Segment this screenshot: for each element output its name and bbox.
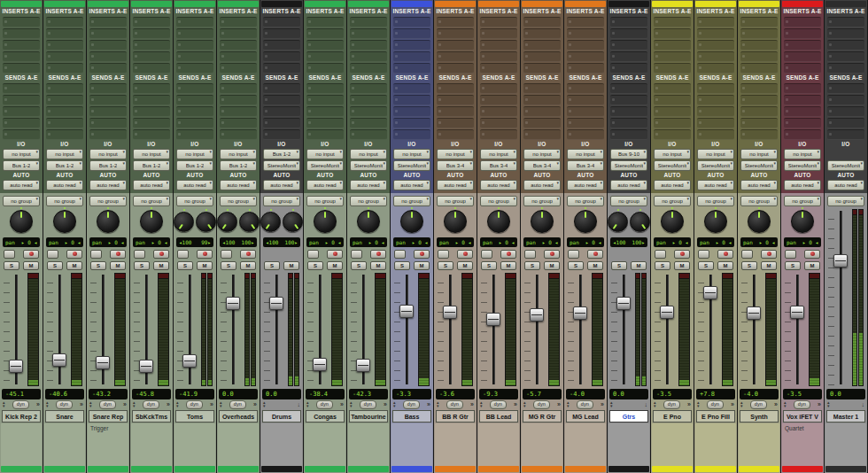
automation-mode-selector[interactable]: auto read▾ bbox=[784, 180, 821, 190]
track-name[interactable]: E Pno Fill bbox=[696, 410, 735, 423]
volume-display[interactable]: 0.0 bbox=[219, 389, 258, 399]
send-slot[interactable] bbox=[610, 83, 647, 94]
record-arm-button[interactable] bbox=[370, 250, 386, 259]
input-selector[interactable]: no input▾ bbox=[89, 149, 127, 159]
collapse-arrow-icon[interactable]: ↓ bbox=[645, 401, 648, 407]
insert-slot[interactable] bbox=[567, 40, 604, 50]
insert-slot[interactable] bbox=[437, 51, 474, 62]
input-selector[interactable]: no input▾ bbox=[480, 149, 517, 159]
group-selector[interactable]: no group▾ bbox=[133, 196, 170, 206]
solo-button[interactable]: S bbox=[438, 261, 453, 270]
group-selector[interactable]: no group▾ bbox=[89, 196, 127, 206]
output-selector[interactable]: Bus 3-4▾ bbox=[567, 160, 604, 171]
input-selector[interactable]: no input▾ bbox=[567, 149, 604, 159]
solo-button[interactable]: S bbox=[741, 261, 757, 270]
insert-slot[interactable] bbox=[350, 51, 387, 62]
volume-spinner[interactable]: ▴▾ bbox=[523, 401, 526, 407]
send-slot[interactable] bbox=[654, 95, 691, 105]
comments-area[interactable] bbox=[652, 423, 693, 466]
send-slot[interactable] bbox=[567, 95, 604, 105]
send-slot[interactable] bbox=[827, 95, 864, 105]
pan-display[interactable]: pan▸ 0 ◂ bbox=[654, 237, 691, 247]
insert-slot[interactable] bbox=[220, 28, 257, 39]
fader-cap[interactable] bbox=[226, 297, 240, 310]
output-selector[interactable]: Bus 1-2▾ bbox=[220, 160, 257, 171]
output-selector[interactable]: Bus 1-2▾ bbox=[133, 160, 170, 171]
comments-area[interactable] bbox=[608, 423, 649, 466]
pan-knob-left[interactable] bbox=[174, 212, 194, 232]
fader-cap[interactable] bbox=[443, 306, 457, 319]
pan-knob-right[interactable] bbox=[239, 212, 260, 232]
pan-knob[interactable] bbox=[487, 210, 510, 233]
solo-button[interactable]: S bbox=[394, 261, 410, 270]
record-arm-button[interactable] bbox=[674, 250, 690, 259]
track-name[interactable]: BB R Gtr bbox=[436, 410, 475, 423]
send-slot[interactable] bbox=[3, 106, 40, 117]
send-slot[interactable] bbox=[827, 129, 864, 140]
insert-slot[interactable] bbox=[350, 17, 387, 27]
insert-slot[interactable] bbox=[46, 28, 83, 39]
send-slot[interactable] bbox=[610, 95, 647, 105]
group-selector[interactable]: no group▾ bbox=[3, 196, 40, 206]
input-selector[interactable]: no input▾ bbox=[176, 149, 213, 159]
pan-knob[interactable] bbox=[97, 210, 120, 233]
send-slot[interactable] bbox=[176, 129, 213, 140]
track-name[interactable]: Synth bbox=[740, 410, 779, 423]
clip-indicator[interactable] bbox=[28, 274, 38, 279]
send-slot[interactable] bbox=[46, 118, 83, 128]
pan-knob-right[interactable] bbox=[630, 212, 650, 232]
clip-indicator[interactable] bbox=[202, 274, 205, 279]
send-slot[interactable] bbox=[46, 83, 83, 94]
fader-track[interactable] bbox=[753, 275, 756, 384]
volume-display[interactable]: 0.0 bbox=[262, 389, 301, 399]
insert-slot[interactable] bbox=[827, 40, 864, 50]
fader-track[interactable] bbox=[58, 275, 61, 384]
insert-slot[interactable] bbox=[437, 40, 474, 50]
mute-button[interactable]: M bbox=[153, 261, 169, 270]
fader-track[interactable] bbox=[536, 275, 539, 384]
pan-display[interactable]: pan▸ 0 ◂ bbox=[740, 237, 778, 247]
volume-spinner[interactable]: ▴▾ bbox=[610, 401, 613, 407]
insert-slot[interactable] bbox=[697, 17, 734, 27]
comments-area[interactable] bbox=[478, 423, 519, 466]
send-slot[interactable] bbox=[263, 106, 300, 117]
fader-track[interactable] bbox=[449, 275, 452, 384]
send-slot[interactable] bbox=[393, 83, 430, 94]
insert-slot[interactable] bbox=[3, 17, 40, 27]
track-name[interactable]: MG Lead bbox=[566, 410, 605, 423]
input-monitor-button[interactable] bbox=[568, 250, 579, 259]
input-monitor-button[interactable] bbox=[351, 250, 362, 259]
insert-slot[interactable] bbox=[133, 40, 170, 50]
expand-arrows-icon[interactable]: » bbox=[123, 401, 127, 407]
fader-cap[interactable] bbox=[486, 313, 500, 326]
track-name[interactable]: Snare Rep bbox=[89, 410, 128, 423]
send-slot[interactable] bbox=[350, 106, 387, 117]
record-arm-button[interactable] bbox=[587, 250, 603, 259]
input-selector[interactable]: no input▾ bbox=[3, 149, 40, 159]
automation-mode-selector[interactable]: auto read▾ bbox=[393, 180, 430, 190]
group-selector[interactable]: no group▾ bbox=[220, 196, 257, 206]
pan-knob[interactable] bbox=[791, 210, 814, 233]
volume-display[interactable]: -3.6 bbox=[436, 389, 475, 399]
comments-area[interactable] bbox=[348, 423, 389, 466]
input-monitor-button[interactable] bbox=[4, 250, 15, 259]
clip-indicator[interactable] bbox=[295, 274, 298, 279]
comments-area[interactable] bbox=[305, 423, 345, 466]
send-slot[interactable] bbox=[784, 129, 821, 140]
track-name[interactable]: Drums bbox=[262, 410, 301, 423]
input-selector[interactable]: no input▾ bbox=[654, 149, 691, 159]
track-name[interactable]: Master 1 bbox=[826, 410, 865, 423]
send-slot[interactable] bbox=[740, 106, 778, 117]
volume-display[interactable]: -5.7 bbox=[523, 389, 562, 399]
input-monitor-button[interactable] bbox=[134, 250, 145, 259]
insert-slot[interactable] bbox=[306, 63, 344, 74]
send-slot[interactable] bbox=[437, 83, 474, 94]
send-slot[interactable] bbox=[306, 129, 344, 140]
insert-slot[interactable] bbox=[610, 40, 647, 50]
fader-cap[interactable] bbox=[313, 358, 327, 371]
volume-spinner[interactable]: ▴▾ bbox=[133, 401, 136, 407]
pan-knob[interactable] bbox=[314, 210, 337, 233]
expand-arrows-icon[interactable]: » bbox=[818, 401, 821, 407]
send-slot[interactable] bbox=[523, 95, 561, 105]
send-slot[interactable] bbox=[697, 118, 734, 128]
